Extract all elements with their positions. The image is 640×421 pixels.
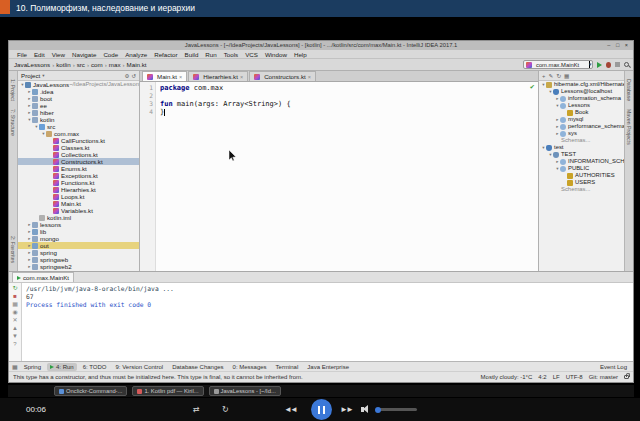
menu-navigate[interactable]: Navigate bbox=[72, 50, 96, 58]
editor[interactable]: 1234 package com.maxfun main(args: Array… bbox=[140, 82, 538, 271]
database-item-lessons[interactable]: ▾Lessons bbox=[539, 102, 624, 109]
toolwindow-switcher-icon[interactable]: ▦ bbox=[12, 363, 18, 370]
project-item-collections-kt[interactable]: Collections.kt bbox=[18, 151, 139, 158]
code-line[interactable]: package com.max bbox=[160, 84, 538, 92]
project-item-idea[interactable]: ▸.idea bbox=[18, 88, 139, 95]
pause-button[interactable] bbox=[311, 399, 332, 420]
breadcrumb-item-javalessons[interactable]: JavaLessons bbox=[13, 61, 51, 68]
status-item-lf[interactable]: LF bbox=[553, 374, 560, 380]
database-item-schemas[interactable]: Schemas... bbox=[539, 186, 624, 193]
toolwindow-terminal[interactable]: Terminal bbox=[273, 363, 302, 371]
volume-slider[interactable] bbox=[379, 408, 417, 411]
menu-view[interactable]: View bbox=[52, 50, 65, 58]
status-item-git-master[interactable]: Git: master bbox=[589, 374, 618, 380]
add-datasource-icon[interactable]: + bbox=[542, 73, 545, 79]
toolwindow-java-enterprise[interactable]: Java Enterprise bbox=[304, 363, 352, 371]
database-item-hibernate-cfg-xml-hibernate[interactable]: ▾hibernate.cfg.xml/Hibernate bbox=[539, 81, 624, 88]
stop-icon[interactable]: ■ bbox=[13, 293, 17, 300]
run-config-combo[interactable]: com.max.MainKt ▾ bbox=[523, 60, 593, 69]
project-item-springweb[interactable]: ▸springweb bbox=[18, 256, 139, 263]
project-item-enums-kt[interactable]: Enums.kt bbox=[18, 165, 139, 172]
toolbutton-2-favorites[interactable]: 2: Favorites bbox=[10, 236, 16, 263]
database-item-lessons-localhost[interactable]: ▾Lessons@localhost bbox=[539, 88, 624, 95]
project-item-com-max[interactable]: ▾com.max bbox=[18, 130, 139, 137]
debug-button[interactable] bbox=[606, 62, 611, 68]
taskbar-item-0[interactable]: Onclickr-Command-... bbox=[54, 386, 127, 396]
status-item-4-2[interactable]: 4:2 bbox=[538, 374, 546, 380]
run-tab[interactable]: com.max.MainKt bbox=[12, 272, 74, 282]
taskbar-item-1[interactable]: 1. Kotlin pdf — Kiril... bbox=[132, 386, 203, 396]
project-item-main-kt[interactable]: Main.kt bbox=[18, 200, 139, 207]
menu-file[interactable]: File bbox=[17, 50, 27, 58]
database-item-mysql[interactable]: ▸mysql bbox=[539, 116, 624, 123]
toolbutton-database[interactable]: Database bbox=[626, 79, 632, 101]
project-item-spring[interactable]: ▸spring bbox=[18, 249, 139, 256]
close-tab-icon[interactable]: × bbox=[240, 74, 243, 80]
settings-gear-icon[interactable]: ⚙ bbox=[124, 73, 129, 79]
database-item-test[interactable]: ▾TEST bbox=[539, 151, 624, 158]
project-item-constructors-kt[interactable]: Constructors.kt bbox=[18, 158, 139, 165]
toolwindow-4-run[interactable]: 4: Run bbox=[47, 363, 77, 371]
lock-icon[interactable] bbox=[624, 375, 629, 379]
project-item-boot[interactable]: ▸boot bbox=[18, 95, 139, 102]
toolbutton-1-project[interactable]: 1: Project bbox=[10, 79, 16, 101]
volume-icon[interactable] bbox=[361, 405, 368, 413]
project-item-src[interactable]: ▾src bbox=[18, 123, 139, 130]
project-item-out[interactable]: ▸out bbox=[18, 242, 139, 249]
rerun-icon[interactable]: ↻ bbox=[12, 285, 17, 292]
event-log-button[interactable]: Event Log bbox=[600, 364, 630, 370]
fast-forward-button[interactable]: ►► bbox=[340, 405, 352, 415]
help-icon[interactable]: ? bbox=[13, 341, 16, 348]
project-item-mongo[interactable]: ▸mongo bbox=[18, 235, 139, 242]
toolbutton-maven-projects[interactable]: Maven Projects bbox=[626, 109, 632, 145]
project-item-classes-kt[interactable]: Classes.kt bbox=[18, 144, 139, 151]
database-item-test[interactable]: ▾test bbox=[539, 144, 624, 151]
run-console[interactable]: /usr/lib/jvm/java-8-oracle/bin/java ...6… bbox=[22, 283, 633, 361]
editor-code[interactable]: package com.maxfun main(args: Array<Stri… bbox=[156, 82, 538, 271]
project-item-hiber[interactable]: ▸hiber bbox=[18, 109, 139, 116]
project-item-kotlin-iml[interactable]: kotlin.iml bbox=[18, 214, 139, 221]
project-item-lib[interactable]: ▸lib bbox=[18, 228, 139, 235]
edit-icon[interactable]: ✎ bbox=[548, 73, 553, 79]
project-item-lessons[interactable]: ▸lessons bbox=[18, 221, 139, 228]
close-icon[interactable]: ✕ bbox=[12, 317, 17, 324]
project-item-kotlin[interactable]: ▾kotlin bbox=[18, 116, 139, 123]
project-item-ee[interactable]: ▸ee bbox=[18, 102, 139, 109]
menu-code[interactable]: Code bbox=[103, 50, 118, 58]
breadcrumb-item-kotlin[interactable]: kotlin bbox=[55, 61, 71, 68]
menu-window[interactable]: Window bbox=[265, 50, 287, 58]
project-panel-header[interactable]: Project ▾ ⚙ ↺ bbox=[18, 71, 139, 81]
repeat-icon[interactable]: ↻ bbox=[222, 405, 229, 415]
menu-run[interactable]: Run bbox=[205, 50, 216, 58]
console-icon[interactable]: ▦ bbox=[564, 73, 569, 79]
run-button[interactable] bbox=[597, 62, 602, 68]
breadcrumb-item-src[interactable]: src bbox=[76, 61, 86, 68]
stop-button[interactable] bbox=[615, 62, 620, 67]
volume-knob[interactable] bbox=[375, 407, 381, 413]
window-controls[interactable]: – □ × bbox=[607, 41, 630, 50]
project-item-functions-kt[interactable]: Functions.kt bbox=[18, 179, 139, 186]
refresh-icon[interactable]: ↻ bbox=[556, 73, 561, 79]
menu-vcs[interactable]: VCS bbox=[245, 50, 258, 58]
project-item-hierarhies-kt[interactable]: Hierarhies.kt bbox=[18, 186, 139, 193]
tab-main-kt[interactable]: Main.kt× bbox=[142, 71, 187, 81]
restore-layout-icon[interactable]: ▦ bbox=[12, 301, 18, 308]
database-item-schemas[interactable]: Schemas... bbox=[539, 137, 624, 144]
database-item-sys[interactable]: ▸sys bbox=[539, 130, 624, 137]
database-item-book[interactable]: Book bbox=[539, 109, 624, 116]
menu-build[interactable]: Build bbox=[185, 50, 199, 58]
tab-hierarhies-kt[interactable]: Hierarhies.kt× bbox=[188, 71, 248, 81]
breadcrumb-item-com[interactable]: com bbox=[90, 61, 104, 68]
project-item-javalessons[interactable]: ▾JavaLessons ~/IdeaProjects/JavaLessons bbox=[18, 81, 139, 88]
close-tab-icon[interactable]: × bbox=[308, 74, 311, 80]
project-item-springweb2[interactable]: ▸springweb2 bbox=[18, 263, 139, 270]
toolwindow-6-todo[interactable]: 6: TODO bbox=[80, 363, 110, 371]
database-item-users[interactable]: USERS bbox=[539, 179, 624, 186]
database-item-performance-schema[interactable]: ▸performance_schema bbox=[539, 123, 624, 130]
tab-constructors-kt[interactable]: Constructors.kt× bbox=[249, 71, 316, 81]
menu-analyze[interactable]: Analyze bbox=[125, 50, 147, 58]
shuffle-icon[interactable]: ⇄ bbox=[193, 405, 200, 415]
menu-tools[interactable]: Tools bbox=[224, 50, 238, 58]
toolbutton-7-structure[interactable]: 7: Structure bbox=[10, 109, 16, 136]
toolwindow-spring[interactable]: Spring bbox=[21, 363, 44, 371]
